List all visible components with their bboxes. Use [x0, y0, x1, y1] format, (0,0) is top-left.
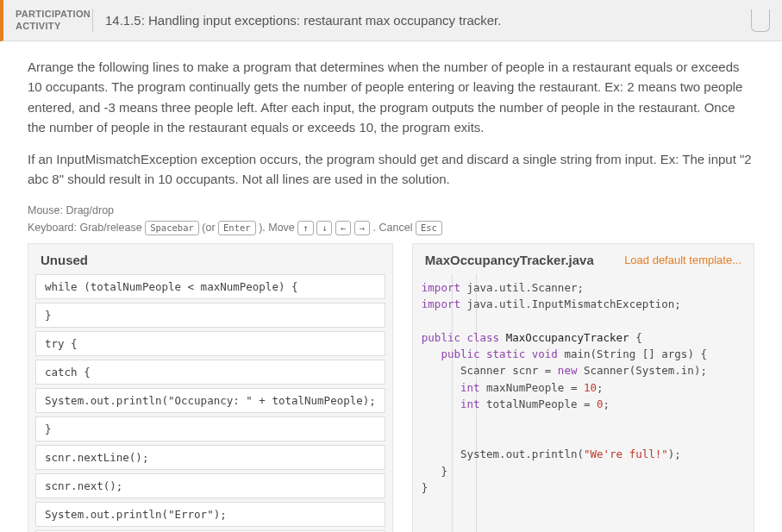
- code-token: 0: [597, 397, 604, 410]
- code-token: int: [422, 397, 480, 410]
- code-token: Scanner(System.in);: [577, 364, 707, 377]
- code-tile[interactable]: catch {: [35, 360, 385, 385]
- instructions-p1: Arrange the following lines to make a pr…: [28, 57, 754, 137]
- code-token: maxNumPeople =: [480, 381, 584, 394]
- key-left: ←: [335, 221, 351, 235]
- code-token: import: [422, 281, 460, 294]
- code-token: 10: [584, 381, 597, 394]
- code-token: static: [480, 347, 526, 360]
- code-token: totalNumPeople =: [480, 397, 597, 410]
- code-token: public: [422, 331, 460, 344]
- instructions: Arrange the following lines to make a pr…: [28, 57, 754, 190]
- unused-panel-title: Unused: [41, 253, 88, 267]
- code-panel: MaxOccupancyTracker.java Load default te…: [412, 243, 754, 533]
- label-line-2: ACTIVITY: [16, 21, 61, 31]
- activity-title: 14.1.5: Handling input exceptions: resta…: [93, 13, 751, 28]
- code-token: import: [422, 297, 460, 310]
- activity-header: PARTICIPATION ACTIVITY 14.1.5: Handling …: [0, 0, 782, 41]
- code-panel-header: MaxOccupancyTracker.java Load default te…: [413, 244, 754, 274]
- code-token: Scanner scnr =: [422, 364, 558, 377]
- code-token: ;: [604, 397, 610, 410]
- activity-type-label: PARTICIPATION ACTIVITY: [16, 9, 93, 31]
- hint-move: Move: [268, 222, 295, 234]
- load-default-template-link[interactable]: Load default template...: [624, 253, 741, 266]
- code-token: }: [422, 465, 447, 478]
- code-token: new: [558, 364, 578, 377]
- panels-row: Unused while (totalNumPeople < maxNumPeo…: [28, 243, 754, 533]
- code-tile[interactable]: System.out.println("Occupancy: " + total…: [35, 388, 385, 413]
- unused-tiles-list: while (totalNumPeople < maxNumPeople) { …: [28, 274, 392, 533]
- key-right: →: [354, 221, 370, 235]
- code-drop-area[interactable]: import java.util.Scanner; import java.ut…: [413, 274, 754, 533]
- code-tile[interactable]: System.out.println("Error");: [35, 502, 385, 527]
- code-token: main: [558, 347, 591, 360]
- code-token: {: [629, 331, 642, 344]
- bookmark-icon[interactable]: [751, 9, 770, 32]
- code-token: ;: [597, 381, 604, 394]
- code-tile[interactable]: scnr.next();: [35, 473, 385, 498]
- code-tile[interactable]: }: [35, 303, 385, 328]
- hint-or: (or: [202, 222, 215, 234]
- code-token: public: [422, 347, 480, 360]
- code-token: (String [] args) {: [591, 347, 707, 360]
- instructions-p2: If an InputMismatchException exception o…: [28, 149, 754, 190]
- hint-mouse: Mouse: Drag/drop: [28, 204, 114, 216]
- code-token: MaxOccupancyTracker: [499, 331, 629, 344]
- code-tile[interactable]: try {: [35, 331, 385, 356]
- key-spacebar: Spacebar: [145, 221, 199, 235]
- code-token: "We're full!": [584, 448, 668, 460]
- hint-kb-label: Keyboard: Grab/release: [28, 222, 142, 234]
- hint-cancel: Cancel: [379, 222, 413, 234]
- activity-content: Arrange the following lines to make a pr…: [0, 41, 782, 532]
- key-up: ↑: [297, 221, 313, 235]
- key-enter: Enter: [218, 221, 256, 235]
- code-token: void: [525, 347, 558, 360]
- code-tile[interactable]: }: [35, 416, 385, 441]
- code-tile[interactable]: scnr.nextLine();: [35, 445, 385, 470]
- hint-move-dot: .: [373, 222, 376, 234]
- label-line-1: PARTICIPATION: [16, 9, 91, 19]
- key-esc: Esc: [416, 221, 442, 235]
- code-tile[interactable]: while (totalNumPeople < maxNumPeople) {: [35, 274, 385, 299]
- unused-panel: Unused while (totalNumPeople < maxNumPeo…: [28, 243, 393, 533]
- code-panel-title: MaxOccupancyTracker.java: [425, 253, 594, 267]
- code-token: class: [460, 331, 499, 344]
- code-token: }: [422, 481, 429, 494]
- code-token: );: [668, 448, 681, 460]
- keyboard-hints: Mouse: Drag/drop Keyboard: Grab/release …: [28, 202, 754, 236]
- code-token: java.util.Scanner;: [460, 281, 584, 294]
- code-token: int: [422, 381, 480, 394]
- unused-panel-header: Unused: [28, 244, 392, 274]
- hint-close: ).: [259, 222, 266, 234]
- key-down: ↓: [316, 221, 332, 235]
- code-token: java.util.InputMismatchException;: [460, 297, 681, 310]
- code-token: System.out.println(: [422, 448, 584, 460]
